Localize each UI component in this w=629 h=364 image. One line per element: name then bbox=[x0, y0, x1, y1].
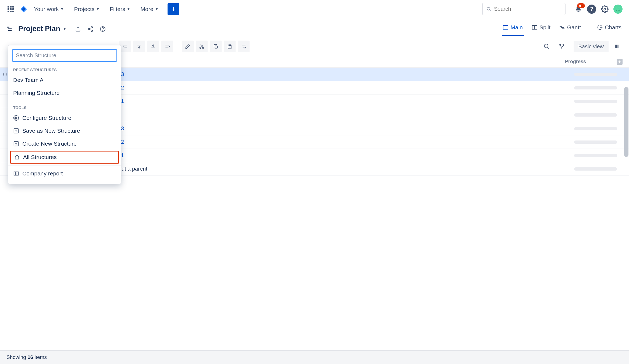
create-button[interactable]: + bbox=[168, 3, 179, 15]
svg-rect-54 bbox=[615, 45, 616, 48]
export-icon[interactable] bbox=[75, 26, 81, 32]
structure-title: Project Plan bbox=[18, 25, 60, 33]
issue-key[interactable]: 3 bbox=[121, 125, 124, 132]
structure-subheader: Project Plan ▼ Main Split Gantt Charts bbox=[0, 18, 629, 41]
chevron-down-icon: ▼ bbox=[96, 7, 99, 11]
svg-point-19 bbox=[15, 117, 17, 119]
main-view-icon bbox=[503, 25, 508, 30]
filter-icon[interactable] bbox=[559, 43, 565, 50]
company-report-item[interactable]: Company report bbox=[8, 167, 121, 176]
svg-rect-24 bbox=[14, 172, 19, 175]
jira-logo-icon[interactable] bbox=[20, 5, 27, 13]
delete-button[interactable] bbox=[238, 41, 250, 52]
nav-menu: Your work▼ Projects▼ Filters▼ More▼ bbox=[32, 5, 160, 13]
issue-key[interactable]: 2 bbox=[121, 139, 124, 145]
tab-charts[interactable]: Charts bbox=[596, 22, 623, 36]
search-icon bbox=[486, 6, 491, 12]
pie-chart-icon bbox=[597, 25, 603, 30]
tab-main[interactable]: Main bbox=[502, 22, 524, 36]
all-structures-item[interactable]: All Structures bbox=[10, 151, 119, 164]
app-switcher-icon[interactable] bbox=[6, 5, 15, 13]
svg-rect-4 bbox=[8, 28, 12, 29]
svg-rect-55 bbox=[616, 45, 617, 48]
progress-column-header[interactable]: Progress bbox=[565, 59, 613, 65]
svg-point-50 bbox=[563, 44, 564, 45]
settings-icon[interactable] bbox=[601, 5, 609, 13]
table-icon bbox=[13, 171, 19, 176]
view-selector[interactable]: Basic view bbox=[574, 41, 609, 52]
svg-rect-17 bbox=[561, 27, 564, 28]
search-icon[interactable] bbox=[543, 43, 550, 50]
notification-badge: 9+ bbox=[577, 3, 585, 8]
recent-structure-item[interactable]: Dev Team A bbox=[8, 74, 121, 87]
configure-structure-item[interactable]: Configure Structure bbox=[8, 111, 121, 124]
outdent-button[interactable] bbox=[119, 41, 131, 52]
progress-bar bbox=[574, 113, 617, 117]
svg-rect-15 bbox=[535, 26, 537, 29]
svg-rect-3 bbox=[7, 27, 9, 27]
move-down-button[interactable] bbox=[133, 41, 145, 52]
svg-point-49 bbox=[560, 44, 561, 45]
gear-icon bbox=[13, 115, 19, 121]
svg-line-51 bbox=[560, 45, 562, 48]
global-search[interactable] bbox=[482, 3, 566, 15]
svg-point-47 bbox=[544, 44, 548, 48]
structure-icon bbox=[6, 26, 13, 33]
user-avatar[interactable]: JC bbox=[613, 5, 623, 14]
add-column-button[interactable]: + bbox=[617, 59, 623, 65]
home-icon bbox=[14, 154, 20, 160]
help-button[interactable]: ? bbox=[587, 5, 596, 14]
recent-structure-item[interactable]: Planning Structure bbox=[8, 87, 121, 99]
tab-split[interactable]: Split bbox=[531, 22, 552, 36]
notifications-button[interactable]: 9+ bbox=[575, 5, 582, 13]
structure-search-wrap bbox=[12, 49, 117, 62]
svg-line-1 bbox=[489, 10, 491, 11]
structure-search-input[interactable] bbox=[12, 49, 117, 62]
svg-rect-13 bbox=[503, 26, 508, 29]
create-new-item[interactable]: Create New Structure bbox=[8, 137, 121, 150]
progress-bar bbox=[574, 86, 617, 89]
svg-rect-16 bbox=[560, 26, 562, 27]
svg-point-0 bbox=[487, 7, 490, 10]
nav-projects[interactable]: Projects▼ bbox=[72, 5, 101, 13]
progress-bar bbox=[574, 154, 617, 157]
plus-square-icon bbox=[13, 141, 19, 147]
svg-rect-40 bbox=[215, 46, 218, 48]
progress-bar bbox=[574, 167, 617, 171]
move-up-button[interactable] bbox=[147, 41, 159, 52]
chevron-down-icon: ▼ bbox=[127, 7, 130, 11]
svg-line-52 bbox=[562, 45, 563, 48]
structure-title-dropdown[interactable]: Project Plan ▼ bbox=[18, 25, 66, 33]
issue-key[interactable]: 2 bbox=[121, 85, 124, 91]
top-nav: Your work▼ Projects▼ Filters▼ More▼ + 9+… bbox=[0, 0, 629, 18]
svg-point-12 bbox=[102, 30, 103, 30]
svg-point-8 bbox=[91, 30, 93, 31]
svg-rect-5 bbox=[8, 30, 12, 31]
nav-icons: 9+ ? JC bbox=[575, 5, 623, 14]
nav-filters[interactable]: Filters▼ bbox=[108, 5, 132, 13]
save-as-new-item[interactable]: Save as New Structure bbox=[8, 124, 121, 137]
recent-structures-label: RECENT STRUCTURES bbox=[8, 65, 121, 74]
nav-more[interactable]: More▼ bbox=[139, 5, 160, 13]
columns-button[interactable] bbox=[611, 41, 623, 52]
help-circle-icon[interactable] bbox=[100, 26, 106, 32]
tools-label: TOOLS bbox=[8, 103, 121, 111]
share-icon[interactable] bbox=[87, 26, 93, 32]
nav-your-work[interactable]: Your work▼ bbox=[32, 5, 65, 13]
indent-button[interactable] bbox=[161, 41, 173, 52]
issue-key[interactable]: 1 bbox=[121, 152, 124, 158]
copy-button[interactable] bbox=[210, 41, 222, 52]
svg-rect-14 bbox=[532, 26, 534, 29]
search-input[interactable] bbox=[494, 6, 561, 12]
paste-button[interactable] bbox=[224, 41, 236, 52]
chevron-down-icon: ▼ bbox=[63, 27, 66, 31]
issue-key[interactable]: 3 bbox=[121, 71, 124, 77]
issue-key[interactable]: 1 bbox=[121, 98, 124, 104]
edit-button[interactable] bbox=[182, 41, 194, 52]
tab-gantt[interactable]: Gantt bbox=[559, 22, 582, 36]
cut-button[interactable] bbox=[196, 41, 208, 52]
chevron-down-icon: ▼ bbox=[155, 7, 158, 11]
vertical-scrollbar[interactable] bbox=[624, 87, 628, 157]
separator bbox=[589, 24, 589, 34]
svg-point-2 bbox=[604, 8, 606, 10]
